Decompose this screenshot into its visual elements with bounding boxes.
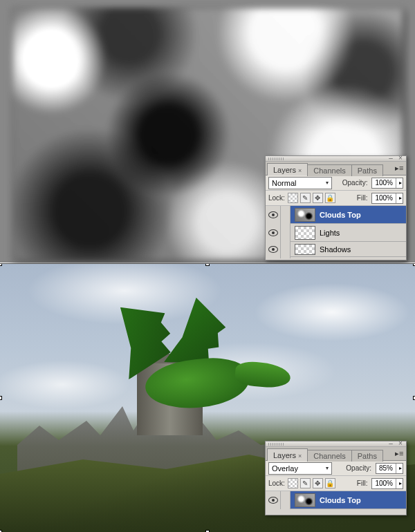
fill-input[interactable]: 100% ▸: [371, 193, 403, 204]
close-icon[interactable]: ×: [396, 441, 405, 447]
eye-icon: [268, 211, 278, 218]
layer-list-bottom: Clouds Top: [266, 491, 406, 509]
panel-tabs: Layers× Channels Paths ▸≡: [266, 447, 406, 461]
blend-opacity-row: Overlay ▾ Opacity: 85% ▸: [266, 461, 406, 476]
tab-close-icon[interactable]: ×: [298, 167, 302, 174]
layer-thumbnail[interactable]: [295, 244, 315, 255]
minimize-icon[interactable]: –: [387, 156, 395, 162]
eye-icon: [268, 497, 278, 504]
panel-menu-icon[interactable]: ▸≡: [395, 164, 406, 173]
lock-all-icon[interactable]: 🔒: [325, 478, 335, 488]
layer-row[interactable]: Shadows: [266, 242, 406, 257]
popout-icon[interactable]: ▸: [396, 178, 403, 188]
chevron-down-icon: ▾: [326, 180, 329, 186]
layer-row[interactable]: Lights: [266, 224, 406, 242]
link-column[interactable]: [281, 240, 290, 258]
layer-name: Clouds Top: [320, 211, 361, 219]
blend-mode-value: Normal: [272, 179, 296, 187]
blend-opacity-row: Normal ▾ Opacity: 100% ▸: [266, 175, 406, 191]
minimize-icon[interactable]: –: [387, 441, 395, 447]
panel-grip[interactable]: – ×: [266, 156, 406, 162]
eye-icon: [268, 229, 278, 236]
layer-list-top: Clouds Top Lights Shadows: [266, 206, 406, 257]
opacity-input[interactable]: 100% ▸: [371, 178, 403, 189]
chevron-down-icon: ▾: [326, 465, 329, 471]
close-icon[interactable]: ×: [396, 156, 405, 162]
link-column[interactable]: [281, 224, 290, 242]
visibility-toggle[interactable]: [266, 240, 281, 258]
layers-panel-top[interactable]: – × Layers× Channels Paths ▸≡ Normal ▾ O…: [265, 155, 407, 260]
lock-icons: ✎ ✥ 🔒: [288, 478, 335, 488]
lock-transparency-icon[interactable]: [288, 193, 298, 203]
fill-input[interactable]: 100% ▸: [371, 478, 403, 489]
visibility-toggle[interactable]: [266, 224, 281, 242]
panel-tabs: Layers× Channels Paths ▸≡: [266, 162, 406, 175]
workspace-top: – × Layers× Channels Paths ▸≡ Normal ▾ O…: [0, 0, 415, 263]
layers-panel-bottom[interactable]: – × Layers× Channels Paths ▸≡ Overlay ▾ …: [265, 441, 407, 515]
popout-icon[interactable]: ▸: [396, 479, 403, 488]
eye-icon: [268, 246, 278, 253]
opacity-value: 100%: [372, 179, 396, 187]
panel-grip[interactable]: – ×: [266, 441, 406, 447]
fill-value: 100%: [372, 194, 396, 202]
layer-name: Clouds Top: [320, 496, 361, 504]
layer-name: Lights: [320, 229, 340, 237]
opacity-label: Opacity:: [346, 464, 371, 472]
dragon-art: [104, 304, 284, 415]
opacity-value: 85%: [376, 464, 396, 472]
layer-name: Shadows: [320, 245, 351, 254]
lock-position-icon[interactable]: ✥: [313, 478, 323, 488]
layer-row[interactable]: Clouds Top: [266, 491, 406, 509]
opacity-input[interactable]: 85% ▸: [376, 463, 403, 474]
blend-mode-select[interactable]: Normal ▾: [268, 177, 332, 189]
lock-pixels-icon[interactable]: ✎: [300, 193, 311, 203]
fill-label: Fill:: [357, 479, 368, 487]
tab-layers[interactable]: Layers×: [267, 163, 308, 175]
tab-channels[interactable]: Channels: [307, 164, 351, 176]
lock-pixels-icon[interactable]: ✎: [300, 478, 311, 488]
workspace-bottom: – × Layers× Channels Paths ▸≡ Overlay ▾ …: [0, 264, 415, 532]
link-column[interactable]: [281, 491, 290, 509]
lock-label: Lock:: [268, 479, 285, 487]
blend-mode-value: Overlay: [272, 464, 298, 473]
lock-label: Lock:: [268, 194, 285, 202]
lock-transparency-icon[interactable]: [288, 478, 298, 488]
visibility-toggle[interactable]: [266, 491, 281, 509]
layer-thumbnail[interactable]: [295, 208, 315, 222]
link-column[interactable]: [281, 206, 290, 224]
panel-menu-icon[interactable]: ▸≡: [395, 449, 406, 458]
layer-row[interactable]: Clouds Top: [266, 206, 406, 224]
popout-icon[interactable]: ▸: [396, 193, 403, 203]
lock-icons: ✎ ✥ 🔒: [288, 193, 335, 203]
tab-channels[interactable]: Channels: [307, 450, 351, 462]
fill-value: 100%: [372, 479, 396, 487]
tab-layers[interactable]: Layers×: [267, 448, 308, 461]
tab-paths[interactable]: Paths: [351, 164, 383, 176]
lock-fill-row: Lock: ✎ ✥ 🔒 Fill: 100% ▸: [266, 476, 406, 491]
tab-close-icon[interactable]: ×: [298, 453, 302, 459]
opacity-label: Opacity:: [342, 179, 368, 187]
fill-label: Fill:: [357, 194, 368, 202]
tab-paths[interactable]: Paths: [351, 450, 383, 462]
blend-mode-select[interactable]: Overlay ▾: [268, 462, 332, 475]
layer-thumbnail[interactable]: [295, 226, 315, 240]
popout-icon[interactable]: ▸: [396, 464, 403, 473]
layer-thumbnail[interactable]: [295, 493, 315, 507]
lock-all-icon[interactable]: 🔒: [325, 193, 335, 203]
visibility-toggle[interactable]: [266, 206, 281, 224]
lock-fill-row: Lock: ✎ ✥ 🔒 Fill: 100% ▸: [266, 191, 406, 206]
lock-position-icon[interactable]: ✥: [313, 193, 323, 203]
